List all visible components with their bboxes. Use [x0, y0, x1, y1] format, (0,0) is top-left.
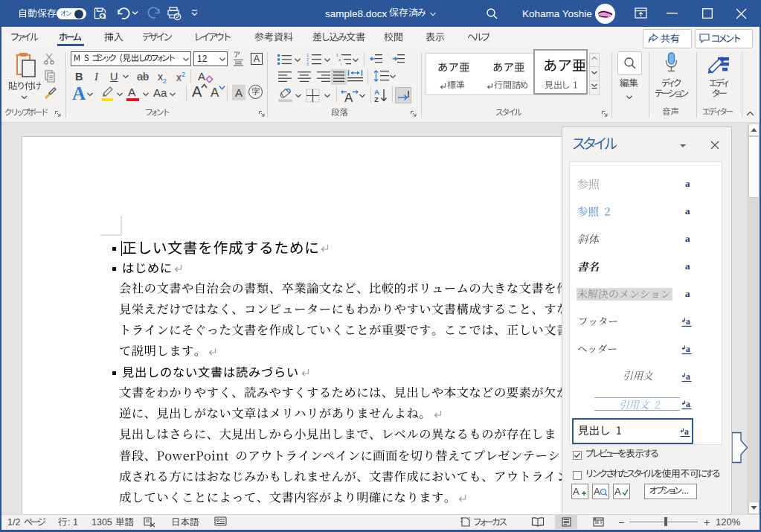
- svg-text:A: A: [344, 91, 353, 103]
- svg-text:Z: Z: [374, 95, 379, 103]
- svg-text:A: A: [374, 88, 379, 96]
- svg-text:a: a: [686, 317, 690, 326]
- svg-text:A: A: [614, 486, 621, 497]
- svg-text:a: a: [686, 400, 690, 408]
- svg-text:a: a: [686, 344, 690, 353]
- svg-text:A: A: [594, 486, 600, 497]
- svg-text:i: i: [341, 62, 341, 66]
- svg-text:a: a: [686, 372, 690, 381]
- svg-text:a: a: [684, 427, 689, 436]
- svg-text:3: 3: [306, 62, 309, 66]
- svg-text:A: A: [573, 486, 579, 497]
